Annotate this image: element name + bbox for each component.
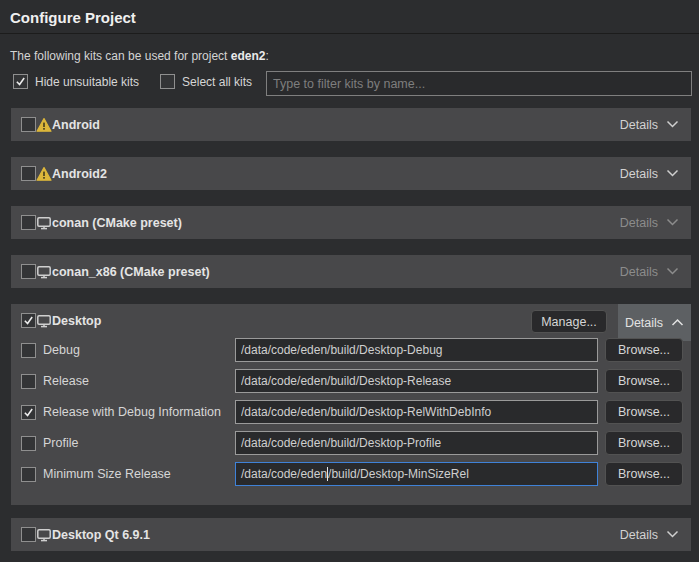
kit-name: Desktop Qt 6.9.1 xyxy=(52,528,150,542)
kit-row-desktop-qt: Desktop Qt 6.9.1 Details xyxy=(11,518,691,551)
kit-row-conan-x86: conan_x86 (CMake preset) Details xyxy=(11,255,691,288)
kit-row-desktop: Desktop Manage... Details xyxy=(11,304,691,337)
warning-icon xyxy=(36,117,52,133)
kit-checkbox[interactable] xyxy=(21,313,36,328)
browse-button[interactable]: Browse... xyxy=(605,369,683,393)
browse-button[interactable]: Browse... xyxy=(605,462,683,486)
kit-section-desktop: Desktop Manage... Details Debug Browse..… xyxy=(11,304,691,505)
details-button: Details xyxy=(620,265,679,279)
kit-row-android: Android Details xyxy=(11,108,691,141)
kit-name: Desktop xyxy=(52,314,101,328)
page-title: Configure Project xyxy=(10,9,136,26)
checkmark-icon xyxy=(23,407,34,418)
chevron-down-icon xyxy=(666,267,679,276)
build-config-row-relwithdebinfo: Release with Debug Information Browse... xyxy=(11,400,691,424)
manage-kits-button[interactable]: Manage... xyxy=(531,310,607,333)
build-config-label: Profile xyxy=(39,436,229,450)
build-config-row-release: Release Browse... xyxy=(11,369,691,393)
details-button[interactable]: Details xyxy=(620,167,679,181)
desktop-icon xyxy=(36,215,52,231)
build-config-checkbox[interactable] xyxy=(21,405,36,420)
desktop-icon xyxy=(36,264,52,280)
kit-name: conan (CMake preset) xyxy=(52,216,182,230)
build-dir-input-minsizerel-focused[interactable]: /data/code/eden/build/Desktop-MinSizeRel xyxy=(235,462,598,486)
desktop-icon xyxy=(36,527,52,543)
details-button[interactable]: Details xyxy=(620,118,679,132)
chevron-down-icon xyxy=(666,530,679,539)
build-config-label: Release with Debug Information xyxy=(39,405,229,419)
build-config-checkbox[interactable] xyxy=(21,467,36,482)
kit-row-conan: conan (CMake preset) Details xyxy=(11,206,691,239)
kits-description: The following kits can be used for proje… xyxy=(10,49,269,63)
kit-filter-input[interactable] xyxy=(266,71,692,96)
build-dir-input-debug[interactable] xyxy=(235,338,598,362)
kit-checkbox[interactable] xyxy=(21,117,36,132)
kit-checkbox[interactable] xyxy=(21,527,36,542)
build-config-checkbox[interactable] xyxy=(21,374,36,389)
browse-button[interactable]: Browse... xyxy=(605,431,683,455)
select-all-kits-option[interactable]: Select all kits xyxy=(160,74,252,89)
desktop-icon xyxy=(36,313,52,329)
checkmark-icon xyxy=(23,315,34,326)
kit-row-android2: Android2 Details xyxy=(11,157,691,190)
hide-unsuitable-checkbox[interactable] xyxy=(13,74,28,89)
chevron-down-icon xyxy=(666,169,679,178)
browse-button[interactable]: Browse... xyxy=(605,338,683,362)
title-separator xyxy=(0,33,699,34)
build-config-checkbox[interactable] xyxy=(21,436,36,451)
hide-unsuitable-label: Hide unsuitable kits xyxy=(35,75,139,89)
warning-icon xyxy=(36,166,52,182)
build-config-row-profile: Profile Browse... xyxy=(11,431,691,455)
build-config-label: Release xyxy=(39,374,229,388)
build-config-label: Minimum Size Release xyxy=(39,467,229,481)
select-all-label: Select all kits xyxy=(182,75,252,89)
build-config-label: Debug xyxy=(39,343,229,357)
build-dir-input-release[interactable] xyxy=(235,369,598,393)
kit-name: Android2 xyxy=(52,167,107,181)
project-name: eden2 xyxy=(231,49,266,63)
kit-name: Android xyxy=(52,118,100,132)
checkmark-icon xyxy=(15,76,26,87)
kit-checkbox[interactable] xyxy=(21,264,36,279)
build-config-checkbox[interactable] xyxy=(21,343,36,358)
details-button-expanded[interactable]: Details xyxy=(618,304,691,341)
browse-button[interactable]: Browse... xyxy=(605,400,683,424)
details-button: Details xyxy=(620,216,679,230)
details-button[interactable]: Details xyxy=(620,528,679,542)
build-config-row-minsizerel: Minimum Size Release /data/code/eden/bui… xyxy=(11,462,691,486)
chevron-up-icon xyxy=(671,318,684,327)
kit-name: conan_x86 (CMake preset) xyxy=(52,265,210,279)
kit-checkbox[interactable] xyxy=(21,166,36,181)
build-dir-input-relwithdebinfo[interactable] xyxy=(235,400,598,424)
build-dir-input-profile[interactable] xyxy=(235,431,598,455)
build-config-row-debug: Debug Browse... xyxy=(11,338,691,362)
kit-checkbox[interactable] xyxy=(21,215,36,230)
hide-unsuitable-kits-option[interactable]: Hide unsuitable kits xyxy=(13,74,139,89)
select-all-checkbox[interactable] xyxy=(160,74,175,89)
chevron-down-icon xyxy=(666,120,679,129)
chevron-down-icon xyxy=(666,218,679,227)
